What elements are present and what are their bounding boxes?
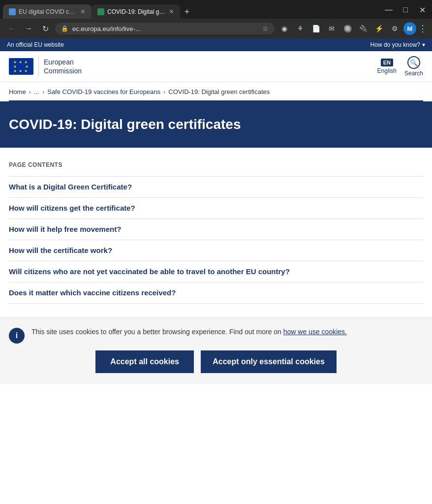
tab-covid-digital[interactable]: COVID-19: Digital green c ✕ — [92, 4, 180, 19]
contents-link-3[interactable]: How will it help free movement? — [9, 225, 121, 233]
contents-link-4[interactable]: How will the certificate work? — [9, 246, 112, 254]
url-text: ec.europa.eu/info/live-... — [72, 25, 258, 32]
page-title: COVID-19: Digital green certificates — [9, 116, 423, 133]
close-window-button[interactable]: ✕ — [415, 3, 429, 17]
page-hero: COVID-19: Digital green certificates — [0, 101, 432, 148]
cookie-info-area: i This site uses cookies to offer you a … — [9, 327, 423, 344]
how-do-you-know-button[interactable]: How do you know? ▾ — [370, 41, 425, 48]
search-icon: 🔍 — [407, 56, 420, 69]
lang-text: English — [377, 67, 397, 74]
forward-button[interactable]: → — [22, 22, 35, 35]
eu-stars: ★ ★ ★★ ★★ ★ ★ — [13, 60, 29, 73]
lock-icon: 🔒 — [61, 25, 68, 32]
header-divider — [38, 57, 39, 76]
cookie-buttons: Accept all cookies Accept only essential… — [9, 350, 423, 375]
breadcrumb-current: COVID-19: Digital green certificates — [168, 88, 270, 95]
contents-link-1[interactable]: What is a Digital Green Certificate? — [9, 183, 132, 191]
extension-icon-1[interactable]: ◉ — [278, 22, 291, 35]
extension-icon-6[interactable]: 🔌 — [356, 22, 370, 35]
list-item: Will citizens who are not yet vaccinated… — [9, 261, 423, 283]
new-tab-button[interactable]: + — [180, 5, 194, 19]
cookie-learn-more-link[interactable]: how we use cookies. — [283, 328, 347, 336]
site-header: ★ ★ ★★ ★★ ★ ★ EuropeanCommission EN Engl… — [0, 51, 432, 82]
breadcrumb-ellipsis[interactable]: ... — [34, 88, 39, 95]
tab-icon-2 — [97, 8, 104, 15]
official-eu-label: An official EU website — [7, 41, 64, 48]
breadcrumb-sep-3: › — [163, 88, 165, 95]
search-label: Search — [404, 70, 423, 77]
list-item: Does it matter which vaccine citizens re… — [9, 283, 423, 304]
back-button[interactable]: ← — [5, 22, 19, 35]
list-item: How will citizens get the certificate? — [9, 198, 423, 219]
cookie-text: This site uses cookies to offer you a be… — [31, 327, 347, 337]
breadcrumb: Home › ... › Safe COVID-19 vaccines for … — [9, 88, 423, 95]
accept-essential-cookies-button[interactable]: Accept only essential cookies — [201, 350, 337, 373]
contents-link-5[interactable]: Will citizens who are not yet vaccinated… — [9, 267, 290, 276]
list-item: How will it help free movement? — [9, 219, 423, 240]
tab-close-1[interactable]: ✕ — [80, 8, 86, 15]
tab-close-2[interactable]: ✕ — [169, 8, 174, 15]
eu-official-bar: An official EU website How do you know? … — [0, 38, 432, 51]
tab-eu-covid[interactable]: EU digital COVID certifica ✕ — [3, 4, 92, 19]
bookmark-icon[interactable]: ☆ — [262, 25, 269, 32]
extension-icon-8[interactable]: ⚙ — [388, 22, 401, 35]
breadcrumb-home[interactable]: Home — [9, 88, 26, 95]
contents-link-2[interactable]: How will citizens get the certificate? — [9, 204, 135, 212]
breadcrumb-sep-1: › — [29, 88, 31, 95]
breadcrumb-sep-2: › — [42, 88, 44, 95]
address-bar[interactable]: 🔒 ec.europa.eu/info/live-... ☆ — [55, 23, 275, 34]
header-actions: EN English 🔍 Search — [377, 56, 423, 77]
eu-flag-icon: ★ ★ ★★ ★★ ★ ★ — [9, 58, 33, 75]
extension-icon-2[interactable]: ⚘ — [293, 22, 307, 35]
contents-list: What is a Digital Green Certificate? How… — [9, 176, 423, 304]
list-item: What is a Digital Green Certificate? — [9, 176, 423, 198]
tab-icon-1 — [9, 8, 16, 15]
breadcrumb-vaccines[interactable]: Safe COVID-19 vaccines for Europeans — [47, 88, 160, 95]
section-label: PAGE CONTENTS — [9, 161, 423, 168]
page-contents-section: PAGE CONTENTS What is a Digital Green Ce… — [0, 148, 432, 317]
lang-badge: EN — [381, 59, 393, 66]
browser-menu-button[interactable]: ⋮ — [418, 23, 427, 34]
extension-icon-4[interactable]: ✉ — [325, 22, 339, 35]
minimize-button[interactable]: — — [382, 3, 396, 17]
reload-button[interactable]: ↻ — [38, 22, 52, 35]
search-button[interactable]: 🔍 Search — [404, 56, 423, 77]
accept-all-cookies-button[interactable]: Accept all cookies — [95, 350, 194, 373]
logo-area[interactable]: ★ ★ ★★ ★★ ★ ★ EuropeanCommission — [9, 57, 82, 76]
profile-icon[interactable]: M — [403, 22, 416, 35]
extension-icon-7[interactable]: ⚡ — [372, 22, 386, 35]
breadcrumb-area: Home › ... › Safe COVID-19 vaccines for … — [0, 82, 432, 95]
cookie-banner: i This site uses cookies to offer you a … — [0, 317, 432, 384]
contents-link-6[interactable]: Does it matter which vaccine citizens re… — [9, 288, 176, 297]
tab-label-2: COVID-19: Digital green c — [107, 8, 166, 15]
extension-icon-5[interactable]: 🔘 — [340, 22, 354, 35]
language-selector[interactable]: EN English — [377, 59, 397, 74]
extension-icon-3[interactable]: 📄 — [309, 22, 323, 35]
maximize-button[interactable]: □ — [399, 3, 412, 17]
cookie-info-icon: i — [9, 328, 25, 344]
list-item: How will the certificate work? — [9, 240, 423, 261]
tab-label-1: EU digital COVID certifica — [19, 8, 77, 15]
commission-name-text: EuropeanCommission — [44, 58, 82, 75]
